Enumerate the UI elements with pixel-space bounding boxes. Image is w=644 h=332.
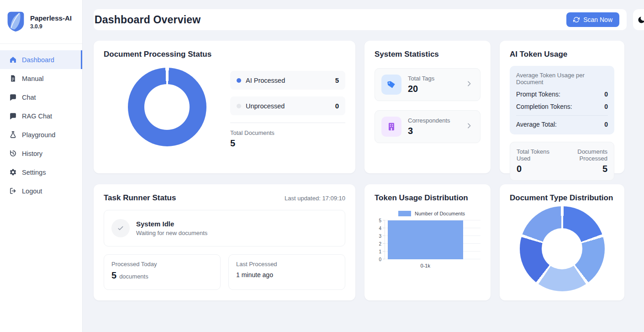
task-runner-card: Task Runner Status Last updated: 17:09:1… (94, 184, 355, 300)
dark-mode-toggle[interactable] (633, 9, 644, 30)
sidebar-item-dashboard[interactable]: Dashboard (0, 50, 82, 69)
row-label: Completion Tokens: (516, 103, 572, 110)
building-icon (386, 122, 396, 132)
y-tick-label: 1 (379, 249, 381, 254)
row-value: 0 (604, 121, 608, 128)
donut-hole (144, 84, 190, 130)
metric-value: 1 minute ago (236, 271, 338, 278)
processing-donut-wrap (104, 65, 230, 149)
bar-xaxis: 0-1k (385, 259, 480, 269)
tag-icon-box (381, 75, 401, 95)
sidebar-item-chat[interactable]: Chat (0, 88, 82, 107)
paperless-ai-logo-icon (5, 10, 26, 34)
document-processing-body: AI Processed 5 Unprocessed 0 Total Docum… (104, 65, 345, 149)
chevron-right-icon (465, 122, 473, 131)
card-title: Document Type Distribution (510, 193, 614, 203)
status-circle (111, 219, 130, 237)
average-usage-box: Average Token Usage per Document Prompt … (510, 66, 614, 134)
bar-yaxis: 012345 (375, 220, 385, 259)
card-title: System Statistics (375, 50, 480, 59)
metric-unit: documents (119, 273, 148, 280)
sidebar-item-label: Manual (22, 75, 44, 82)
correspondents-row[interactable]: Correspondents 3 (375, 110, 480, 143)
stat-label: Total Tags (408, 75, 434, 82)
history-icon (9, 150, 17, 157)
stat-text: Correspondents 3 (408, 117, 450, 136)
legend-label: Unprocessed (246, 102, 331, 110)
system-statistics-card: System Statistics Total Tags 20 Cor (364, 41, 491, 173)
y-tick-label: 3 (379, 234, 381, 239)
y-tick-label: 5 (379, 218, 381, 223)
documents-processed-col: Documents Processed 5 (557, 148, 607, 174)
scan-now-button[interactable]: Scan Now (566, 12, 619, 27)
legend-value: 0 (335, 102, 339, 110)
average-total-row: Average Total: 0 (516, 121, 608, 128)
status-text: System Idle Waiting for new documents (136, 220, 207, 236)
home-icon (9, 56, 17, 64)
last-updated-text: Last updated: 17:09:10 (285, 195, 345, 202)
row-value: 0 (604, 103, 608, 110)
col-value: 5 (557, 164, 607, 174)
sidebar-item-label: Playground (22, 131, 55, 139)
chevron-right-icon (465, 80, 473, 89)
legend-dot (237, 78, 241, 83)
building-icon-box (381, 117, 401, 137)
sidebar-item-label: RAG Chat (22, 112, 52, 120)
legend-value: 5 (335, 76, 339, 84)
logout-icon (9, 187, 17, 195)
sidebar-item-manual[interactable]: Manual (0, 69, 82, 88)
app-logo-row: Paperless-AI 3.0.9 (0, 0, 82, 44)
document-icon (9, 75, 17, 82)
tick-mark (383, 228, 385, 228)
stat-label: Correspondents (408, 117, 450, 124)
y-tick-label: 2 (379, 241, 381, 246)
task-runner-head: Task Runner Status Last updated: 17:09:1… (104, 193, 345, 203)
row-value: 0 (604, 91, 608, 98)
sidebar-item-settings[interactable]: Settings (0, 163, 82, 182)
donut-hole (542, 228, 582, 269)
legend-swatch (398, 211, 411, 216)
sidebar-item-logout[interactable]: Logout (0, 182, 82, 200)
col-value: 0 (517, 164, 557, 174)
total-documents-value: 5 (230, 138, 345, 149)
tick-mark (383, 220, 385, 220)
col-label: Documents Processed (557, 148, 607, 162)
status-title: System Idle (136, 220, 207, 228)
total-tokens-col: Total Tokens Used 0 (517, 148, 557, 174)
system-status-box: System Idle Waiting for new documents (104, 210, 345, 246)
processing-donut-chart (128, 68, 206, 146)
bar-chart-legend: Number of Documents (375, 211, 480, 216)
status-subtitle: Waiting for new documents (136, 230, 207, 236)
legend-label: AI Processed (246, 77, 331, 84)
doc-type-donut-wrap (510, 206, 614, 291)
token-usage-bar-chart: Number of Documents 012345 0-1k (375, 211, 480, 269)
total-tags-row[interactable]: Total Tags 20 (375, 68, 480, 101)
app-version: 3.0.9 (30, 23, 72, 30)
sidebar-item-rag-chat[interactable]: RAG Chat (0, 107, 82, 125)
tick-mark (383, 236, 385, 236)
sidebar: Paperless-AI 3.0.9 Dashboard Manual Chat… (0, 0, 83, 332)
bar-plot-row: 012345 (375, 220, 480, 259)
legend-label: Number of Documents (415, 211, 465, 216)
metric-value-row: 5 documents (111, 270, 213, 281)
col-label: Total Tokens Used (517, 148, 557, 162)
scan-now-label: Scan Now (583, 16, 612, 23)
sidebar-item-history[interactable]: History (0, 144, 82, 163)
divider (516, 115, 608, 116)
sidebar-nav: Dashboard Manual Chat RAG Chat Playgroun… (0, 44, 82, 200)
tick-mark (383, 251, 385, 252)
legend-dot (237, 104, 241, 108)
doc-type-distribution-card: Document Type Distribution (500, 184, 624, 300)
tag-icon (386, 80, 396, 90)
last-processed-box: Last Processed 1 minute ago (228, 254, 345, 290)
gear-icon (9, 168, 17, 176)
moon-icon (637, 16, 644, 24)
prompt-tokens-row: Prompt Tokens: 0 (516, 91, 608, 98)
card-title: Task Runner Status (104, 193, 176, 203)
card-title: Token Usage Distribution (375, 193, 480, 203)
sidebar-item-playground[interactable]: Playground (0, 125, 82, 144)
sidebar-item-label: Chat (22, 94, 36, 101)
refresh-icon (573, 16, 580, 23)
average-usage-heading: Average Token Usage per Document (516, 72, 608, 86)
main-content: Dashboard Overview Scan Now Document Pro… (83, 0, 644, 332)
